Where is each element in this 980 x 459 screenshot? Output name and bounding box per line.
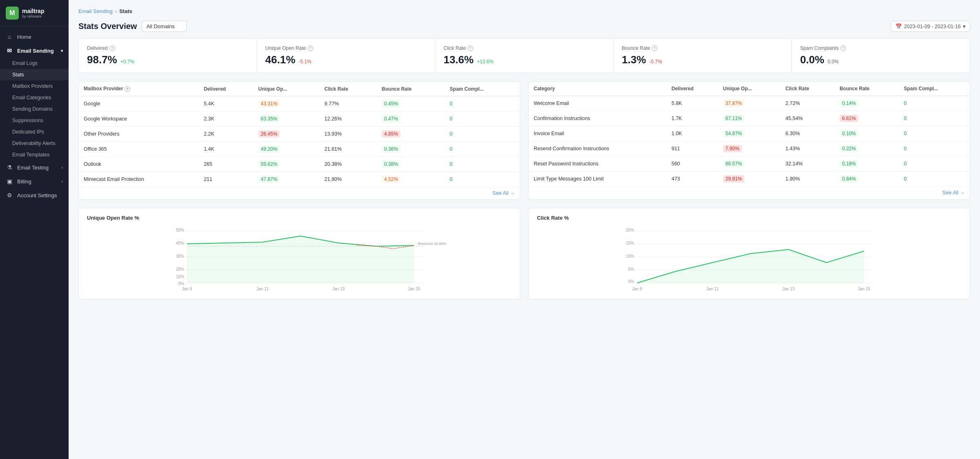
info-icon[interactable]: ? [109,45,115,51]
sidebar-item-home[interactable]: ⌂ Home [0,30,69,44]
stat-value: 13.6% [443,53,474,66]
date-range-picker[interactable]: 📅 2023-01-09 - 2023-01-16 ▾ [891,21,970,32]
info-icon[interactable]: ? [652,45,657,51]
provider-name[interactable]: Office 365 [79,142,199,157]
category-name[interactable]: Invoice Email [529,126,666,141]
info-icon[interactable]: ? [307,45,313,51]
spam-value: 0 [445,172,520,187]
sidebar-item-label: Email Logs [12,60,38,66]
see-all-link[interactable]: See All → [492,190,515,196]
provider-name[interactable]: Outlook [79,157,199,172]
sidebar-item-email-logs[interactable]: Email Logs [0,58,69,69]
category-name[interactable]: Resend Confirmation Instructions [529,141,666,156]
category-name[interactable]: Limit Type Messages 100 Limit [529,172,666,187]
col-bounce-rate: Bounce Rate [835,82,899,96]
stat-value: 0.0% [800,53,824,66]
logo-text: mailtrap [22,8,44,14]
sidebar-item-stats[interactable]: Stats [0,69,69,80]
table-row: Resend Confirmation Instructions 911 7.9… [529,141,970,156]
category-table: Category Delivered Unique Op... Click Ra… [528,81,970,200]
delivered-value: 5.4K [199,96,253,111]
unique-open-value: 43.31% [254,96,320,111]
unique-open-value: 54.87% [718,126,781,141]
email-icon: ✉ [6,47,13,54]
svg-text:Jan 11: Jan 11 [706,287,719,291]
col-mailbox-provider: Mailbox Provider ? [79,82,199,96]
sidebar-item-label: Stats [12,72,24,78]
sidebar-item-email-testing[interactable]: ⚗ Email Testing › [0,160,69,174]
category-table-body: Welcome Email 5.8K 37.87% 2.72% 0.14% 0 … [529,96,970,199]
delivered-value: 211 [199,172,253,187]
sidebar-item-email-categories[interactable]: Email Categories [0,92,69,103]
chevron-right-icon: › [62,179,63,184]
table-header-row: Category Delivered Unique Op... Click Ra… [529,82,970,96]
stat-change: -5.1% [298,59,311,65]
unique-open-value: 26.45% [254,127,320,142]
bounce-rate-value: 6.61% [835,111,899,126]
svg-text:20%: 20% [176,267,184,272]
bounce-rate-value: 0.18% [835,156,899,172]
sidebar-nav: ⌂ Home ✉ Email Sending ▾ Email Logs Stat… [0,27,69,459]
sidebar-item-sending-domains[interactable]: Sending Domains [0,103,69,115]
home-icon: ⌂ [6,33,13,40]
stat-value-row: 1.3% -0.7% [622,53,784,66]
sidebar-item-mailbox-providers[interactable]: Mailbox Providers [0,80,69,92]
provider-name[interactable]: Mimecast Email Protection [79,172,199,187]
sidebar-item-suppressions[interactable]: Suppressions [0,115,69,126]
provider-name[interactable]: Google [79,96,199,111]
table-row: Mimecast Email Protection 211 47.87% 21.… [79,172,520,187]
stat-value: 98.7% [87,53,117,66]
delivered-value: 560 [666,156,718,172]
provider-name[interactable]: Other Providers [79,127,199,142]
spam-value: 0 [899,156,970,172]
sidebar-item-account-settings[interactable]: ⚙ Account Settings [0,188,69,202]
spam-value: 0 [899,172,970,187]
svg-text:15%: 15% [626,241,634,245]
sidebar-item-dedicated-ips[interactable]: Dedicated IPs [0,126,69,138]
sidebar-item-label: Suppressions [12,118,43,123]
provider-name[interactable]: Google Workspace [79,111,199,127]
sidebar-item-email-templates[interactable]: Email Templates [0,149,69,160]
domain-selector[interactable]: All Domains [142,21,187,32]
sidebar-item-label: Email Testing [17,165,49,171]
stat-change: +13.6% [477,59,494,65]
page-header-left: Stats Overview All Domains [78,21,187,32]
svg-text:10%: 10% [626,254,634,258]
info-icon[interactable]: ? [840,45,846,51]
col-click-rate: Click Rate [320,82,377,96]
breadcrumb-parent[interactable]: Email Sending [78,8,113,14]
delivered-value: 265 [199,157,253,172]
click-rate-value: 12.26% [320,111,377,127]
sidebar-item-billing[interactable]: ▣ Billing › [0,174,69,188]
stat-value: 46.1% [265,53,296,66]
bounce-rate-value: 0.47% [377,111,445,127]
info-icon[interactable]: ? [125,86,130,92]
unique-open-value: 47.87% [254,172,320,187]
table-row: Invoice Email 1.0K 54.87% 6.30% 0.10% 0 [529,126,970,141]
stat-value: 1.3% [622,53,646,66]
spam-value: 0 [899,141,970,156]
stats-cards: Delivered ? 98.7% +0.7% Unique Open Rate… [78,38,970,73]
sidebar-item-label: Email Sending [17,48,54,54]
category-name[interactable]: Welcome Email [529,96,666,111]
category-name[interactable]: Confirmation Instructions [529,111,666,126]
sidebar-item-label: Billing [17,178,31,185]
stat-label: Unique Open Rate ? [265,45,427,51]
tables-section: Mailbox Provider ? Delivered Unique Op..… [78,81,970,200]
sidebar-item-deliverability-alerts[interactable]: Deliverability Alerts [0,138,69,149]
info-icon[interactable]: ? [468,45,473,51]
table-header-row: Mailbox Provider ? Delivered Unique Op..… [79,82,520,96]
see-all-link[interactable]: See All → [942,190,965,196]
sidebar-item-email-sending[interactable]: ✉ Email Sending ▾ [0,44,69,58]
breadcrumb-separator: › [115,8,117,14]
category-name[interactable]: Reset Password Instructions [529,156,666,172]
col-spam: Spam Compl... [445,82,520,96]
charts-section: Unique Open Rate % 50% 40% 30% 20% 10% 0… [78,208,970,299]
spam-value: 0 [445,96,520,111]
click-rate-value: 13.93% [320,127,377,142]
stat-label: Click Rate ? [443,45,605,51]
svg-text:Jan 15: Jan 15 [408,287,420,291]
col-delivered: Delivered [199,82,253,96]
unique-open-value: 63.35% [254,111,320,127]
logo-sub: by railsware [22,14,44,18]
